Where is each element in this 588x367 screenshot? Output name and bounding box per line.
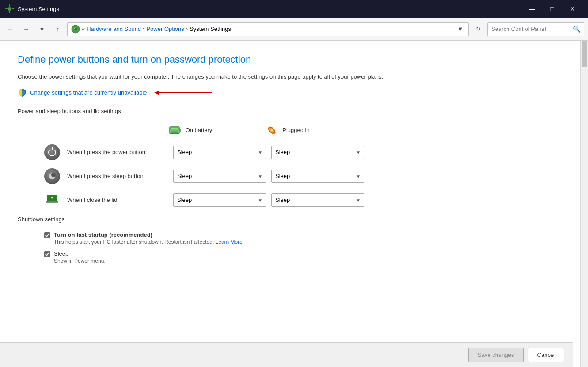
search-input[interactable]: [491, 26, 570, 32]
address-current: System Settings: [190, 26, 231, 32]
fast-startup-checkbox[interactable]: [44, 232, 50, 238]
svg-rect-4: [12, 8, 14, 9]
titlebar-title: System Settings: [18, 6, 522, 12]
fast-startup-content: Turn on fast startup (recommended) This …: [54, 231, 243, 245]
search-icon: 🔍: [573, 26, 580, 33]
content-area: Define power buttons and turn on passwor…: [0, 41, 580, 367]
sleep-row: Sleep Show in Power menu.: [18, 250, 563, 264]
lid-dropdowns: Sleep Hibernate Shut down Turn off the d…: [173, 193, 364, 207]
forward-button[interactable]: →: [19, 23, 33, 36]
lid-battery-dropdown[interactable]: Sleep Hibernate Shut down Turn off the d…: [173, 193, 266, 207]
battery-icon: [168, 123, 182, 137]
svg-rect-7: [74, 28, 75, 29]
red-arrow-indicator: [154, 89, 216, 96]
shield-icon: [18, 88, 27, 97]
lid-plugged-dropdown-wrapper: Sleep Hibernate Shut down Turn off the d…: [271, 193, 364, 207]
lid-battery-dropdown-wrapper: Sleep Hibernate Shut down Turn off the d…: [173, 193, 266, 207]
scroll-track: [581, 41, 588, 367]
main-container: Define power buttons and turn on passwor…: [0, 41, 588, 367]
col-battery-label: On battery: [186, 127, 212, 133]
fast-startup-sublabel: This helps start your PC faster after sh…: [54, 239, 243, 245]
power-sleep-section-line: [126, 111, 563, 111]
page-description: Choose the power settings that you want …: [18, 72, 393, 81]
address-power-options[interactable]: Power Options: [146, 26, 184, 32]
svg-point-0: [8, 7, 11, 11]
sleep-label: Sleep: [54, 250, 106, 257]
power-battery-dropdown-wrapper: Sleep Hibernate Shut down Turn off the d…: [173, 146, 266, 159]
svg-marker-9: [154, 91, 159, 95]
shutdown-section: Shutdown settings Turn on fast startup (…: [18, 216, 563, 264]
sleep-sublabel: Show in Power menu.: [54, 258, 106, 264]
cancel-button[interactable]: Cancel: [528, 348, 564, 362]
address-path: « Hardware and Sound › Power Options › S…: [82, 26, 454, 32]
maximize-button[interactable]: □: [542, 0, 562, 18]
address-sep2: ›: [186, 26, 188, 32]
svg-point-17: [271, 129, 273, 131]
refresh-button[interactable]: ↻: [471, 23, 485, 36]
power-plugged-dropdown-wrapper: Sleep Hibernate Shut down Turn off the d…: [271, 146, 364, 159]
sleep-plugged-dropdown[interactable]: Sleep Hibernate Shut down Turn off the d…: [271, 170, 364, 183]
address-folder-icon: [71, 25, 80, 34]
sleep-content: Sleep Show in Power menu.: [54, 250, 106, 264]
svg-rect-14: [171, 128, 178, 133]
address-box: « Hardware and Sound › Power Options › S…: [67, 22, 469, 36]
power-icon: [44, 144, 60, 160]
address-sep1: ›: [143, 26, 144, 32]
power-button-row: When I press the power button: Sleep Hib…: [18, 144, 563, 160]
learn-more-link[interactable]: Learn More: [216, 239, 243, 245]
sleep-battery-dropdown-wrapper: Sleep Hibernate Shut down Turn off the d…: [173, 170, 266, 183]
address-separator-before: «: [82, 26, 85, 32]
svg-rect-3: [5, 8, 8, 9]
change-settings-link[interactable]: Change settings that are currently unava…: [30, 89, 147, 96]
power-plugged-dropdown[interactable]: Sleep Hibernate Shut down Turn off the d…: [271, 146, 364, 159]
sleep-icon: [44, 168, 60, 184]
lid-row: When I close the lid: Sleep Hibernate Sh…: [18, 192, 563, 208]
sleep-button-dropdowns: Sleep Hibernate Shut down Turn off the d…: [173, 170, 364, 183]
search-box[interactable]: 🔍: [487, 22, 584, 36]
up-button[interactable]: ↑: [51, 23, 64, 36]
titlebar: System Settings — □ ✕: [0, 0, 588, 18]
addressbar: ← → ▼ ↑ « Hardware and Sound › Power Opt…: [0, 18, 588, 41]
shutdown-section-line: [70, 219, 563, 219]
titlebar-controls: — □ ✕: [522, 0, 583, 18]
power-symbol: [48, 148, 56, 156]
minimize-button[interactable]: —: [522, 0, 542, 18]
power-sleep-section-title: Power and sleep buttons and lid settings: [18, 108, 121, 114]
power-battery-dropdown[interactable]: Sleep Hibernate Shut down Turn off the d…: [173, 146, 266, 159]
fast-startup-row: Turn on fast startup (recommended) This …: [18, 231, 563, 245]
col-plugged-header: Plugged in: [239, 123, 336, 137]
scroll-thumb[interactable]: [582, 41, 587, 67]
sleep-battery-dropdown[interactable]: Sleep Hibernate Shut down Turn off the d…: [173, 170, 266, 183]
shutdown-section-title: Shutdown settings: [18, 216, 64, 223]
svg-point-21: [51, 173, 56, 177]
col-plugged-label: Plugged in: [282, 127, 309, 133]
fast-startup-label: Turn on fast startup (recommended): [54, 231, 243, 238]
sleep-button-label: When I press the sleep button:: [67, 173, 164, 179]
scrollbar[interactable]: [580, 41, 588, 367]
bottom-bar: Save changes Cancel: [0, 342, 573, 367]
sleep-plugged-dropdown-wrapper: Sleep Hibernate Shut down Turn off the d…: [271, 170, 364, 183]
svg-rect-1: [9, 4, 10, 7]
fast-startup-sublabel-text: This helps start your PC faster after sh…: [54, 239, 214, 245]
plug-icon: [265, 123, 279, 137]
power-button-dropdowns: Sleep Hibernate Shut down Turn off the d…: [173, 146, 364, 159]
shutdown-section-header: Shutdown settings: [18, 216, 563, 223]
close-button[interactable]: ✕: [562, 0, 583, 18]
sleep-button-row: When I press the sleep button: Sleep Hib…: [18, 168, 563, 184]
recent-locations-button[interactable]: ▼: [35, 23, 49, 36]
sleep-checkbox[interactable]: [44, 251, 50, 257]
svg-rect-11: [179, 129, 181, 132]
lid-plugged-dropdown[interactable]: Sleep Hibernate Shut down Turn off the d…: [271, 193, 364, 207]
address-dropdown-button[interactable]: ▼: [456, 26, 465, 32]
back-button[interactable]: ←: [4, 23, 17, 36]
columns-header: On battery Plugged in: [18, 123, 563, 137]
address-hardware-sound[interactable]: Hardware and Sound: [87, 26, 141, 32]
lid-label: When I close the lid:: [67, 197, 164, 203]
svg-rect-2: [9, 11, 10, 13]
save-changes-button[interactable]: Save changes: [468, 348, 523, 362]
page-title: Define power buttons and turn on passwor…: [18, 54, 563, 65]
col-battery-header: On battery: [141, 123, 239, 137]
power-sleep-section-header: Power and sleep buttons and lid settings: [18, 108, 563, 114]
change-settings-row: Change settings that are currently unava…: [18, 88, 563, 97]
power-button-label: When I press the power button:: [67, 149, 164, 155]
